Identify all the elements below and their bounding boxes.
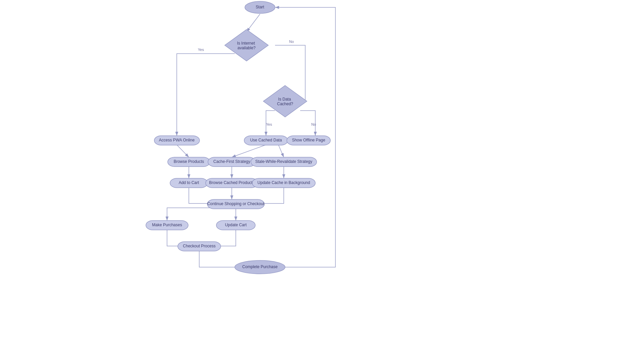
- update-cart-label: Update Cart: [225, 223, 247, 227]
- add-cart-label: Add to Cart: [179, 180, 199, 185]
- browse-products-label: Browse Products: [174, 159, 204, 164]
- arrow-decision1-access: [177, 54, 235, 136]
- complete-purchase-label: Complete Purchase: [242, 264, 278, 269]
- arrow-start-decision1: [247, 14, 260, 32]
- arrow-cached-cachefirst: [232, 145, 266, 157]
- start-label: Start: [256, 5, 264, 9]
- label-no-2: No: [311, 122, 316, 126]
- decision2-label: Is Data Cached?: [277, 97, 293, 106]
- make-purchases-label: Make Purchases: [152, 223, 182, 227]
- continue-shopping-label: Continue Shopping or Checkout: [207, 201, 265, 206]
- access-pwa-label: Access PWA Online: [159, 138, 195, 142]
- arrow-cached-stale: [278, 145, 284, 157]
- label-yes-1: Yes: [198, 48, 204, 52]
- decision1-label: Is Internet available?: [237, 41, 256, 50]
- stale-while-label: Stale-While-Revalidate Strategy: [255, 159, 312, 164]
- update-cache-label: Update Cache in Background: [258, 180, 310, 185]
- flowchart-svg: No Yes Yes No Start Is Internet availabl…: [0, 0, 644, 362]
- arrow-updatecache-continue: [260, 187, 284, 203]
- label-no-1: No: [289, 40, 294, 44]
- arrow-continue-makepurchases: [167, 208, 218, 221]
- checkout-label: Checkout Process: [183, 244, 215, 248]
- label-yes-2: Yes: [266, 122, 272, 126]
- show-offline-label: Show Offline Page: [292, 138, 325, 142]
- browse-cached-label: Browse Cached Products: [209, 180, 254, 185]
- cache-first-label: Cache-First Strategy: [213, 159, 250, 164]
- arrow-checkout-complete: [199, 250, 241, 267]
- use-cached-label: Use Cached Data: [250, 138, 282, 142]
- arrow-access-browse: [177, 145, 189, 157]
